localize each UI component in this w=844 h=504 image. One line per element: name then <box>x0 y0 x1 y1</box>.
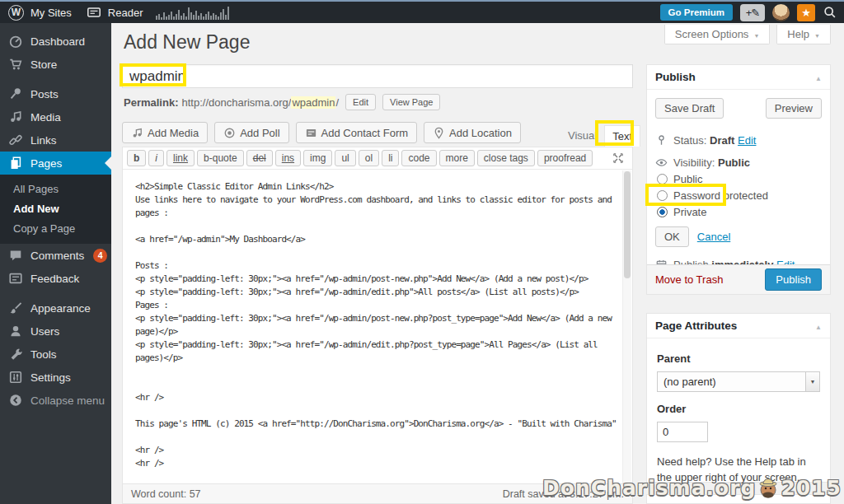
go-premium-button[interactable]: Go Premium <box>660 4 733 21</box>
editor-mode-tabs: Visual Text <box>560 125 640 147</box>
user-avatar[interactable] <box>772 4 790 21</box>
radio-public[interactable] <box>657 174 668 184</box>
status-row: Status: Draft Edit <box>647 134 830 147</box>
quicktag-img-button[interactable]: img <box>303 150 332 166</box>
radio-private[interactable] <box>657 207 668 217</box>
sidebar-item-collapse-menu[interactable]: Collapse menu <box>0 389 111 412</box>
add-contact-form-button[interactable]: Add Contact Form <box>296 122 418 143</box>
sidebar-item-settings[interactable]: Settings <box>0 366 111 389</box>
quicktag-blockquote-button[interactable]: b-quote <box>197 150 244 166</box>
save-draft-button[interactable]: Save Draft <box>655 98 724 119</box>
quicktag-del-button[interactable]: del <box>246 150 273 166</box>
permalink-label: Permalink: <box>124 96 178 109</box>
quicktag-italic-button[interactable]: i <box>148 150 164 166</box>
permalink-slug: wpadmin <box>291 96 335 109</box>
visibility-option-public[interactable]: Public <box>647 173 830 185</box>
fullscreen-icon[interactable] <box>612 152 625 165</box>
comments-count-badge: 4 <box>93 249 107 263</box>
quicktag-ul-button[interactable]: ul <box>335 150 355 166</box>
parent-select[interactable]: (no parent) <box>657 371 820 392</box>
pages-submenu: All Pages Add New Copy a Page <box>0 175 111 244</box>
cancel-link[interactable]: Cancel <box>697 231 730 243</box>
sidebar-item-tools[interactable]: Tools <box>0 343 111 366</box>
order-input[interactable] <box>657 422 708 442</box>
quicktag-bold-button[interactable]: b <box>127 150 146 166</box>
page-attributes-header[interactable]: Page Attributes <box>647 314 830 338</box>
screen-options-button[interactable]: Screen Options <box>664 25 771 44</box>
scrollbar-thumb[interactable] <box>624 171 631 278</box>
sidebar-item-store[interactable]: Store <box>0 53 111 76</box>
radio-password-protected[interactable] <box>657 190 668 201</box>
move-to-trash-link[interactable]: Move to Trash <box>655 273 723 286</box>
media-icon <box>131 127 143 139</box>
add-poll-button[interactable]: Add Poll <box>214 122 288 143</box>
quicktag-more-button[interactable]: more <box>439 150 475 166</box>
sidebar-item-links[interactable]: Links <box>0 128 111 152</box>
edit-status-link[interactable]: Edit <box>738 134 756 147</box>
notifications-star-icon[interactable] <box>797 4 815 21</box>
page-title-input[interactable] <box>122 64 633 88</box>
sidebar-item-pages[interactable]: Pages <box>0 152 111 175</box>
visibility-option-private[interactable]: Private <box>647 206 830 218</box>
publish-panel-header[interactable]: Publish <box>647 65 830 90</box>
collapse-toggle-icon[interactable] <box>815 71 822 83</box>
collapse-icon <box>8 393 23 408</box>
quicktag-li-button[interactable]: li <box>382 150 399 166</box>
sidebar-item-media[interactable]: Media <box>0 105 111 128</box>
new-post-pencil-icon[interactable] <box>740 4 765 21</box>
sidebar-item-users[interactable]: Users <box>0 320 111 343</box>
next-panel-edge <box>646 494 831 504</box>
quicktag-code-button[interactable]: code <box>401 150 436 166</box>
sidebar-item-feedback[interactable]: Feedback <box>0 267 111 290</box>
visibility-option-password[interactable]: Password protected <box>647 189 830 202</box>
location-pin-icon <box>433 127 445 139</box>
sidebar-item-appearance[interactable]: Appearance <box>0 296 111 320</box>
parent-label: Parent <box>657 352 820 365</box>
store-icon <box>8 57 23 72</box>
my-sites-menu[interactable]: My Sites <box>30 7 72 19</box>
quicktag-ins-button[interactable]: ins <box>275 150 301 166</box>
editor-scrollbar[interactable] <box>622 170 631 483</box>
feedback-icon <box>8 271 23 286</box>
quicktag-proofread-button[interactable]: proofread <box>537 150 593 166</box>
quicktag-close-tags-button[interactable]: close tags <box>477 150 535 166</box>
publish-button[interactable]: Publish <box>765 268 822 291</box>
reader-menu[interactable]: Reader <box>108 7 143 19</box>
sidebar-item-all-pages[interactable]: All Pages <box>0 180 111 199</box>
add-location-button[interactable]: Add Location <box>424 122 521 143</box>
settings-icon <box>8 370 23 385</box>
tab-text[interactable]: Text <box>604 125 640 147</box>
admin-bar: My Sites Reader Go Premium <box>0 2 844 23</box>
sidebar-separator <box>0 76 111 82</box>
media-buttons-row: Add Media Add Poll Add Contact Form Add … <box>122 122 521 143</box>
stats-sparkline[interactable] <box>156 5 229 20</box>
quicktag-link-button[interactable]: link <box>166 150 195 166</box>
wordpress-logo[interactable] <box>8 5 24 21</box>
reader-icon[interactable] <box>87 5 101 20</box>
view-page-button[interactable]: View Page <box>382 94 440 110</box>
collapse-toggle-icon[interactable] <box>815 320 822 332</box>
select-dropdown-icon[interactable] <box>805 372 819 391</box>
word-count: Word count: 57 <box>131 488 201 500</box>
sidebar-item-add-new[interactable]: Add New <box>0 199 111 219</box>
text-editor: b i link b-quote del ins img ul ol li co… <box>122 147 633 504</box>
preview-button[interactable]: Preview <box>766 98 822 119</box>
pages-icon <box>8 156 23 170</box>
comments-icon <box>8 248 23 263</box>
page-attributes-panel: Page Attributes Parent (no parent) Order… <box>646 313 831 483</box>
search-icon[interactable] <box>823 5 837 20</box>
sidebar-item-copy-a-page[interactable]: Copy a Page <box>0 219 111 239</box>
sidebar-item-comments[interactable]: Comments 4 <box>0 244 111 267</box>
editor-status-bar: Word count: 57 Draft saved at 3:17:27 pm… <box>123 483 632 503</box>
users-icon <box>8 324 23 338</box>
help-button[interactable]: Help <box>776 25 831 44</box>
sidebar-item-posts[interactable]: Posts <box>0 82 111 105</box>
tab-visual[interactable]: Visual <box>560 125 604 147</box>
quicktag-ol-button[interactable]: ol <box>359 150 379 166</box>
ok-button[interactable]: OK <box>655 226 689 247</box>
sidebar-item-dashboard[interactable]: Dashboard <box>0 30 111 53</box>
editor-textarea[interactable]: <h2>Simple Classic Editor Admin Links</h… <box>123 170 622 483</box>
permalink-edit-button[interactable]: Edit <box>345 94 376 110</box>
admin-sidebar: Dashboard Store Posts Media Links Page <box>0 23 111 504</box>
add-media-button[interactable]: Add Media <box>122 122 208 143</box>
